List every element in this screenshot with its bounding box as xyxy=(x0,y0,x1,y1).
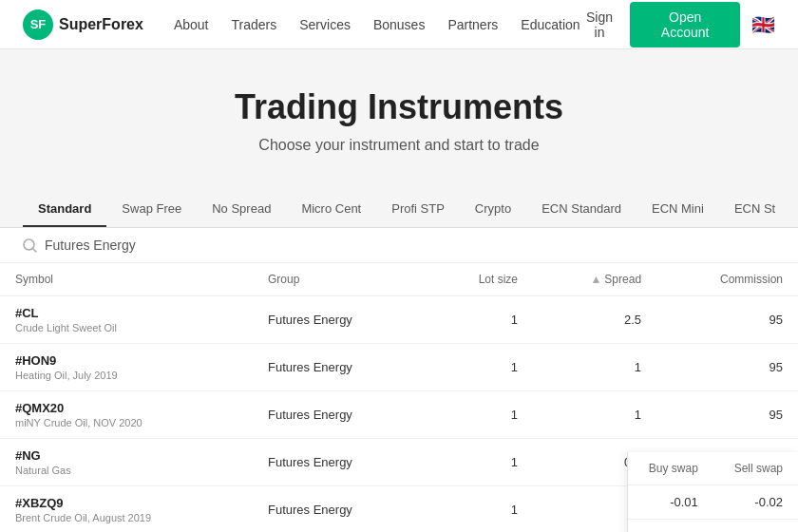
nav-bonuses[interactable]: Bonuses xyxy=(373,17,425,32)
tab-no-spread[interactable]: No Spread xyxy=(197,192,286,227)
filter-label: Futures Energy xyxy=(45,238,136,253)
navbar: SF SuperForex About Traders Services Bon… xyxy=(0,0,798,49)
cell-symbol: #HON9 Heating Oil, July 2019 xyxy=(0,344,253,391)
cell-sellswap: -0.02 xyxy=(713,485,798,520)
cell-commission: 95 xyxy=(656,296,798,344)
nav-partners[interactable]: Partners xyxy=(447,17,498,32)
col-symbol[interactable]: Symbol xyxy=(0,263,253,296)
filter-row: Futures Energy xyxy=(0,228,798,263)
signin-button[interactable]: Sign in xyxy=(580,10,619,40)
cell-lotsize: 1 xyxy=(428,296,533,344)
cell-buyswap: -0.01 xyxy=(628,485,713,520)
col-group[interactable]: Group xyxy=(253,263,428,296)
table-row: #CL Crude Light Sweet Oil Futures Energy… xyxy=(0,296,798,344)
tab-ecn-mini[interactable]: ECN Mini xyxy=(636,192,719,227)
cell-lotsize: 1 xyxy=(428,439,533,486)
swap-row: -0.01 -0.02 xyxy=(628,485,798,520)
content-area: Futures Energy Symbol Group Lot size ▲Sp… xyxy=(0,228,798,532)
spread-sort-icon: ▲ xyxy=(590,273,601,286)
hero-section: Trading Instruments Choose your instrume… xyxy=(0,49,798,177)
language-flag[interactable]: 🇬🇧 xyxy=(751,13,775,36)
col-lotsize[interactable]: Lot size xyxy=(428,263,533,296)
cell-lotsize: 1 xyxy=(428,391,533,439)
swap-table: Buy swap Sell swap -0.01 -0.02 -0.01 -0.… xyxy=(628,452,798,532)
cell-group: Futures Energy xyxy=(253,344,428,391)
cell-symbol: #NG Natural Gas xyxy=(0,439,253,486)
cell-commission: 95 xyxy=(656,391,798,439)
tab-ecn-standard-swap-free[interactable]: ECN Standard Swap Free xyxy=(719,192,775,227)
col-commission[interactable]: Commission xyxy=(656,263,798,296)
logo-text: SuperForex xyxy=(59,16,143,33)
page-subtitle: Choose your instrument and start to trad… xyxy=(23,137,775,154)
cell-symbol: #CL Crude Light Sweet Oil xyxy=(0,296,253,344)
cell-spread: 1 xyxy=(533,344,656,391)
cell-group: Futures Energy xyxy=(253,439,428,486)
tab-swap-free[interactable]: Swap Free xyxy=(106,192,197,227)
svg-line-1 xyxy=(33,248,37,252)
col-sellswap: Sell swap xyxy=(713,452,798,485)
nav-actions: Sign in Open Account 🇬🇧 xyxy=(580,2,775,48)
cell-group: Futures Energy xyxy=(253,391,428,439)
cell-lotsize: 1 xyxy=(428,344,533,391)
nav-links: About Traders Services Bonuses Partners … xyxy=(174,17,580,32)
nav-traders[interactable]: Traders xyxy=(232,17,277,32)
table-row: #HON9 Heating Oil, July 2019 Futures Ene… xyxy=(0,344,798,391)
cell-buyswap: -0.01 xyxy=(628,520,713,533)
logo-icon: SF xyxy=(23,10,53,40)
tabs-container: StandardSwap FreeNo SpreadMicro CentProf… xyxy=(0,177,798,228)
cell-group: Futures Energy xyxy=(253,296,428,344)
col-buyswap: Buy swap xyxy=(628,452,713,485)
nav-education[interactable]: Education xyxy=(521,17,580,32)
instrument-tabs: StandardSwap FreeNo SpreadMicro CentProf… xyxy=(23,192,775,227)
cell-spread: 2.5 xyxy=(533,296,656,344)
tab-crypto[interactable]: Crypto xyxy=(460,192,526,227)
search-icon xyxy=(23,238,37,253)
logo[interactable]: SF SuperForex xyxy=(23,10,143,40)
tab-profi-stp[interactable]: Profi STP xyxy=(376,192,460,227)
nav-about[interactable]: About xyxy=(174,17,209,32)
tab-standard[interactable]: Standard xyxy=(23,192,106,227)
open-account-button[interactable]: Open Account xyxy=(630,2,740,48)
swap-row: -0.01 -0.02 xyxy=(628,520,798,533)
tab-ecn-standard[interactable]: ECN Standard xyxy=(526,192,636,227)
swap-panel: Buy swap Sell swap -0.01 -0.02 -0.01 -0.… xyxy=(627,452,798,532)
page-title: Trading Instruments xyxy=(23,87,775,127)
cell-spread: 1 xyxy=(533,391,656,439)
cell-symbol: #QMX20 miNY Crude Oil, NOV 2020 xyxy=(0,391,253,439)
cell-commission: 95 xyxy=(656,344,798,391)
col-spread[interactable]: ▲Spread xyxy=(533,263,656,296)
cell-symbol: #XBZQ9 Brent Crude Oil, August 2019 xyxy=(0,486,253,533)
tab-micro-cent[interactable]: Micro Cent xyxy=(286,192,376,227)
nav-services[interactable]: Services xyxy=(299,17,351,32)
cell-group: Futures Energy xyxy=(253,486,428,533)
cell-lotsize: 1 xyxy=(428,486,533,533)
cell-sellswap: -0.02 xyxy=(713,520,798,533)
table-row: #QMX20 miNY Crude Oil, NOV 2020 Futures … xyxy=(0,391,798,439)
